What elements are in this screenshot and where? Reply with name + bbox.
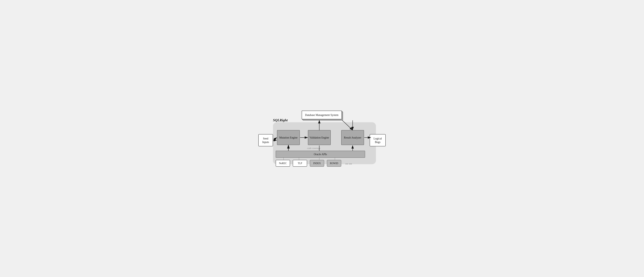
tlp-box: TLP (293, 160, 307, 167)
seed-inputs-label: SeedInputs (262, 137, 269, 144)
dms-main-box: Database Management System (302, 111, 342, 119)
logical-bugs-box: LogicalBugs (370, 134, 386, 146)
rowid-label: ROWID (330, 162, 338, 165)
oracle-apis-label: Oracle APIs (314, 153, 327, 156)
norec-label: NoREC (279, 162, 287, 165)
mutation-engine-label: Mutation Engine (279, 136, 298, 139)
oracle-apis-bar: Oracle APIs (276, 151, 365, 158)
dms-label: Database Management System (305, 113, 338, 117)
result-analyzer-label: Result Analyzer (344, 136, 361, 139)
index-box: INDEX (310, 160, 324, 167)
index-label: INDEX (313, 162, 321, 165)
norec-box: NoREC (276, 160, 290, 167)
logical-bugs-label: LogicalBugs (374, 137, 382, 144)
code-coverage-label: code coverage (307, 147, 320, 150)
seed-inputs-box: SeedInputs (258, 134, 273, 146)
oracle-items-row: NoREC TLP INDEX ROWID … … (276, 160, 365, 167)
sqlright-label: SQLRight (273, 118, 288, 122)
validation-engine-label: Validation Engine (310, 136, 329, 139)
validation-engine-box: Validation Engine (308, 130, 331, 145)
rowid-box: ROWID (327, 160, 341, 167)
tlp-label: TLP (298, 162, 302, 165)
mutation-engine-box: Mutation Engine (277, 130, 300, 145)
result-analyzer-box: Result Analyzer (341, 130, 364, 145)
diagram-container: SQLRight Database Management System Seed… (257, 110, 387, 167)
oracle-dots: … … (345, 162, 352, 165)
